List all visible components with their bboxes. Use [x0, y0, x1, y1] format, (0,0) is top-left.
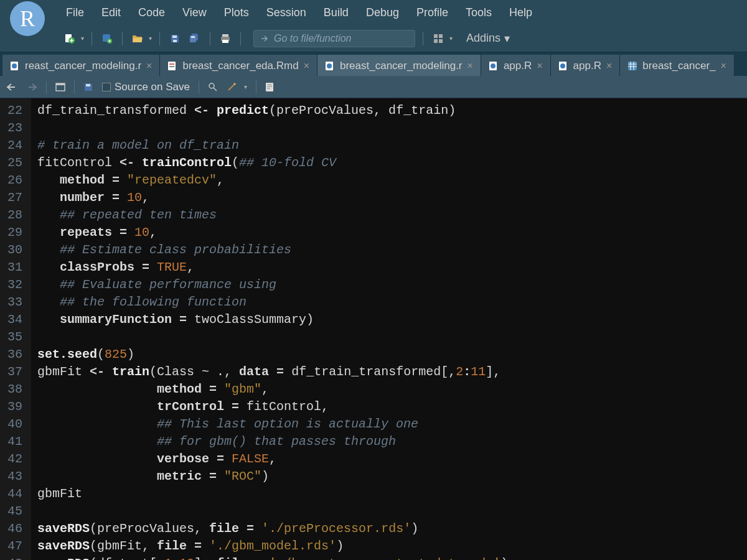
tab-close-button[interactable]: × [467, 60, 473, 72]
grid-button[interactable] [431, 31, 446, 46]
menu-help[interactable]: Help [509, 6, 532, 19]
line-number: 35 [6, 329, 22, 346]
code-line[interactable]: method = "gbm", [37, 381, 741, 398]
tab-label: breast_cancer_eda.Rmd [182, 60, 298, 72]
new-project-icon [101, 33, 113, 44]
toolbar-separator [199, 81, 199, 93]
svg-rect-12 [434, 39, 438, 43]
nav-back-button[interactable] [6, 83, 17, 91]
menu-file[interactable]: File [66, 6, 84, 19]
nav-forward-button[interactable] [26, 83, 37, 91]
dropdown-caret-icon[interactable]: ▾ [244, 83, 247, 90]
file-type-icon [627, 61, 637, 71]
open-file-button[interactable] [130, 31, 145, 46]
code-line[interactable]: fitControl <- trainControl(## 10-fold CV [37, 154, 741, 172]
code-line[interactable]: summaryFunction = twoClassSummary) [37, 311, 741, 329]
menu-plots[interactable]: Plots [224, 6, 249, 19]
popup-window-icon [55, 83, 65, 91]
save-button[interactable] [167, 31, 182, 46]
save-all-button[interactable] [187, 31, 202, 46]
code-line[interactable] [37, 503, 741, 520]
code-line[interactable]: verbose = FALSE, [37, 450, 741, 468]
toolbar-separator [256, 81, 256, 93]
compile-report-button[interactable] [265, 82, 274, 92]
editor-tab[interactable]: breast_cancer_eda.Rmd× [160, 55, 317, 76]
save-icon [83, 82, 93, 92]
code-line[interactable]: trControl = fitControl, [37, 398, 741, 416]
menu-edit[interactable]: Edit [101, 6, 121, 19]
line-number: 26 [6, 172, 22, 189]
code-tools-button[interactable] [227, 82, 237, 92]
toolbar-separator [74, 81, 75, 93]
line-number: 27 [6, 189, 22, 207]
code-line[interactable]: set.seed(825) [37, 346, 741, 363]
editor-tab[interactable]: app.R× [551, 55, 621, 76]
line-number: 30 [6, 241, 22, 259]
code-editor[interactable]: 2223242526272829303132333435363738394041… [0, 98, 747, 560]
save-all-icon [189, 33, 200, 44]
dropdown-caret-icon: ▾ [504, 32, 510, 45]
tab-close-button[interactable]: × [606, 60, 612, 72]
code-line[interactable]: saveRDS(df_test[,1:10], file = './breast… [37, 555, 741, 560]
code-line[interactable]: classProbs = TRUE, [37, 259, 741, 276]
menu-items: FileEditCodeViewPlotsSessionBuildDebugPr… [66, 6, 532, 19]
code-line[interactable] [37, 329, 741, 346]
new-file-button[interactable] [62, 31, 77, 46]
dropdown-caret-icon[interactable]: ▾ [81, 35, 84, 42]
dropdown-caret-icon[interactable]: ▾ [149, 35, 152, 42]
tab-close-button[interactable]: × [304, 60, 309, 72]
code-line[interactable]: ## the following function [37, 294, 741, 311]
menu-view[interactable]: View [182, 6, 207, 19]
goto-file-input[interactable]: Go to file/function [253, 30, 415, 47]
find-button[interactable] [208, 82, 218, 92]
code-line[interactable]: df_train_transformed <- predict(preProcV… [37, 102, 741, 119]
tab-close-button[interactable]: × [146, 60, 152, 72]
code-line[interactable]: # train a model on df_train [37, 137, 741, 154]
addins-menu[interactable]: Addins ▾ [466, 32, 510, 45]
code-line[interactable]: repeats = 10, [37, 224, 741, 241]
tab-close-button[interactable]: × [537, 60, 542, 72]
checkbox-icon [102, 83, 111, 91]
code-line[interactable]: method = "repeatedcv", [37, 172, 741, 189]
source-on-save-checkbox[interactable]: Source on Save [102, 81, 190, 93]
code-line[interactable]: metric = "ROC") [37, 468, 741, 485]
menu-build[interactable]: Build [324, 6, 349, 19]
tab-close-button[interactable]: × [721, 60, 726, 72]
code-line[interactable] [37, 119, 741, 137]
dropdown-caret-icon[interactable]: ▾ [449, 35, 453, 42]
line-number: 22 [6, 102, 22, 119]
menu-debug[interactable]: Debug [366, 6, 399, 19]
code-line[interactable]: ## Evaluate performance using [37, 276, 741, 294]
menu-bar: R FileEditCodeViewPlotsSessionBuildDebug… [0, 0, 747, 25]
editor-tab[interactable]: app.R× [481, 55, 551, 76]
toolbar-separator [423, 32, 423, 45]
code-line[interactable]: ## This last option is actually one [37, 416, 741, 433]
menu-code[interactable]: Code [138, 6, 165, 19]
editor-tab[interactable]: reast_cancer_modeling.r× [2, 55, 160, 76]
code-line[interactable]: ## for gbm() that passes through [37, 433, 741, 450]
code-content[interactable]: df_train_transformed <- predict(preProcV… [31, 98, 747, 560]
editor-tab[interactable]: breast_cancer_modeling.r× [317, 55, 481, 76]
code-line[interactable]: saveRDS(preProcValues, file = './preProc… [37, 520, 741, 538]
code-line[interactable]: saveRDS(gbmFit, file = './gbm_model.rds'… [37, 538, 741, 555]
show-in-new-window-button[interactable] [55, 83, 65, 91]
code-line[interactable]: number = 10, [37, 189, 741, 207]
save-source-button[interactable] [83, 82, 93, 92]
new-project-button[interactable] [100, 31, 115, 46]
svg-rect-9 [222, 40, 228, 43]
code-line[interactable]: ## Estimate class probabilities [37, 241, 741, 259]
goto-placeholder: Go to file/function [274, 33, 352, 44]
line-number: 29 [6, 224, 22, 241]
editor-tab[interactable]: breast_cancer_× [620, 55, 735, 76]
menu-tools[interactable]: Tools [466, 6, 492, 19]
code-line[interactable]: ## repeated ten times [37, 207, 741, 224]
menu-session[interactable]: Session [266, 6, 306, 19]
file-type-icon [558, 61, 568, 71]
svg-rect-27 [56, 83, 65, 85]
menu-profile[interactable]: Profile [416, 6, 448, 19]
code-line[interactable]: gbmFit [37, 485, 741, 503]
code-line[interactable]: gbmFit <- train(Class ~ ., data = df_tra… [37, 363, 741, 381]
svg-point-24 [560, 63, 565, 68]
toolbar-separator [210, 32, 210, 45]
print-button[interactable] [218, 31, 233, 46]
